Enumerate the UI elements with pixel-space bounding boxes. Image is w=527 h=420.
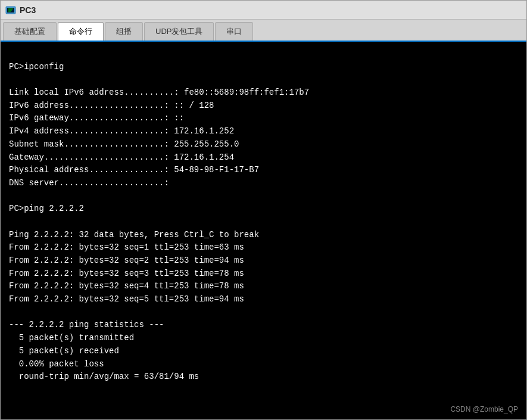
terminal-output: PC>ipconfig Link local IPv6 address.....…	[9, 48, 518, 397]
line-blank-1	[9, 74, 14, 84]
line-ipv6-link-local: Link local IPv6 address..........: fe80:…	[9, 88, 309, 97]
line-blank-3	[9, 217, 14, 226]
watermark: CSDN @Zombie_QP	[450, 405, 518, 413]
line-blank-4	[9, 307, 14, 317]
line-physical-addr: Physical address...............: 54-89-9…	[9, 165, 259, 175]
window-title: PC3	[20, 5, 36, 15]
tab-command-line[interactable]: 命令行	[58, 22, 104, 41]
line-dns-server: DNS server.....................:	[9, 178, 174, 188]
line-ipv4-addr: IPv4 address...................: 172.16.…	[9, 126, 234, 136]
window-icon	[5, 5, 16, 15]
line-ping-seq5: From 2.2.2.2: bytes=32 seq=5 ttl=253 tim…	[9, 294, 244, 304]
line-gateway: Gateway........................: 172.16.…	[9, 153, 234, 162]
line-ping-seq2: From 2.2.2.2: bytes=32 seq=2 ttl=253 tim…	[9, 256, 244, 265]
line-ping-seq1: From 2.2.2.2: bytes=32 seq=1 ttl=253 tim…	[9, 242, 244, 252]
line-ping-seq4: From 2.2.2.2: bytes=32 seq=4 ttl=253 tim…	[9, 281, 244, 291]
line-packets-transmitted: 5 packet(s) transmitted	[9, 333, 134, 343]
line-ipv6-addr: IPv6 address...................: :: / 12…	[9, 101, 214, 110]
line-ipv6-gw: IPv6 gateway...................: ::	[9, 113, 184, 123]
tab-basic-config[interactable]: 基础配置	[3, 22, 57, 41]
tab-bar: 基础配置 命令行 组播 UDP发包工具 串口	[1, 20, 526, 42]
tab-serial[interactable]: 串口	[215, 22, 253, 41]
line-packets-received: 5 packet(s) received	[9, 346, 119, 356]
line-ping-header: Ping 2.2.2.2: 32 data bytes, Press Ctrl_…	[9, 230, 259, 239]
terminal-area[interactable]: PC>ipconfig Link local IPv6 address.....…	[1, 42, 526, 419]
tab-multicast[interactable]: 组播	[105, 22, 143, 41]
line-round-trip: round-trip min/avg/max = 63/81/94 ms	[9, 372, 199, 381]
line-ping-cmd: PC>ping 2.2.2.2	[9, 204, 84, 213]
line-ipconfig-cmd: PC>ipconfig	[9, 62, 64, 71]
line-blank-2	[9, 191, 14, 201]
main-window: PC3 基础配置 命令行 组播 UDP发包工具 串口 PC>ipconfig L…	[0, 0, 527, 420]
line-ping-seq3: From 2.2.2.2: bytes=32 seq=3 ttl=253 tim…	[9, 269, 244, 278]
title-bar: PC3	[1, 1, 526, 20]
tab-udp-tool[interactable]: UDP发包工具	[144, 22, 214, 41]
line-ping-stats-header: --- 2.2.2.2 ping statistics ---	[9, 320, 164, 329]
line-packet-loss: 0.00% packet loss	[9, 359, 104, 369]
line-subnet-mask: Subnet mask....................: 255.255…	[9, 139, 239, 149]
